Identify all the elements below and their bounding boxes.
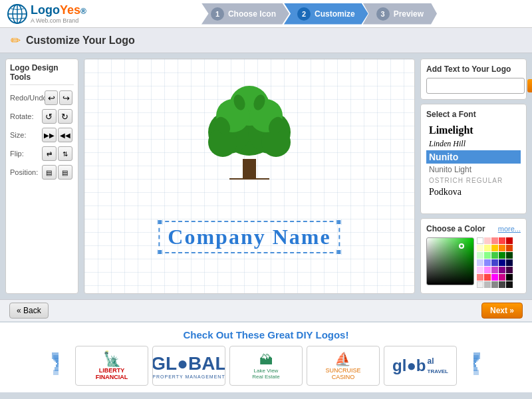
font-nunito-light-item[interactable]: Nunito Light [426,164,521,176]
rotate-right-button[interactable]: ↻ [58,109,72,124]
flip-horizontal-button[interactable]: ⇄ [42,146,57,161]
pencil-icon: ✏ [11,33,21,48]
swatch-light-yellow[interactable] [477,245,483,251]
swatch-medium-blue[interactable] [491,259,498,266]
swatch-medium-purple[interactable] [491,267,498,273]
swatch-medium-gray[interactable] [491,281,498,288]
color-gradient-picker[interactable] [426,237,474,285]
swatch-dark-green[interactable] [499,252,505,259]
font-podkova-item[interactable]: Podkova [426,186,521,199]
swatch-blue[interactable] [484,259,491,266]
font-limelight-item[interactable]: Limelight [426,123,521,138]
size-increase-button[interactable]: ▶▶ [42,128,57,142]
rotate-label: Rotate: [10,112,42,120]
swatch-very-dark-purple[interactable] [506,267,513,273]
logo-card-suncruise[interactable]: ⛵ SUNCRUISECASINO [307,346,380,386]
logo-card-lakeview[interactable]: 🏔 Lake ViewReal Estate [229,346,303,386]
swatch-white[interactable] [477,237,483,244]
step-3-preview[interactable]: 3 Preview [363,3,437,25]
step-2-customize[interactable]: 2 Customize [284,3,368,25]
logo-card-global2[interactable]: gl●b alTRAVEL [384,346,457,386]
swatch-row-1 [477,237,513,244]
swatch-salmon[interactable] [477,274,483,281]
right-panel: Add Text to Your Logo Add Text Select a … [420,59,527,294]
liberty-text: LIBERTYFINANCIAL [96,368,128,381]
flip-label: Flip: [10,150,42,158]
swatch-dark-purple[interactable] [499,267,505,273]
brand-name: LogoYes® [31,3,86,17]
size-decrease-button[interactable]: ◀◀ [58,128,72,142]
flip-row: Flip: ⇄ ⇅ [10,146,74,161]
redo-undo-row: Redo/Undo: ↩ ↪ [10,90,74,105]
color-picker-dot[interactable] [459,243,464,249]
global2-icon: gl●b [392,356,426,375]
text-input[interactable] [426,78,525,94]
handle-tl[interactable] [157,219,162,225]
font-linden-item[interactable]: Linden Hill [426,138,521,150]
swatch-pink[interactable] [491,237,498,244]
swatch-dark-orange[interactable] [506,245,513,251]
brand-tagline: A Web.com Brand [31,17,86,24]
handle-bl[interactable] [157,249,162,255]
logo-area: LogoYes® A Web.com Brand [7,3,113,25]
handle-br[interactable] [336,249,342,255]
company-name-container[interactable]: Company Name [158,221,340,253]
carousel-right-button[interactable] [461,356,481,376]
diy-section: Check Out These Great DIY Logos! 🗽 LIBER… [0,321,532,392]
more-colors-link[interactable]: more... [498,225,521,233]
swatch-magenta[interactable] [491,274,498,281]
svg-rect-33 [473,370,479,375]
swatch-green[interactable] [491,252,498,259]
step-1-choose-icon[interactable]: 1 Choose Icon [201,3,289,25]
back-button[interactable]: « Back [9,303,49,319]
flip-vertical-button[interactable]: ⇅ [58,146,72,161]
swatch-red[interactable] [499,237,505,244]
swatch-light-green2[interactable] [484,252,491,259]
global2-logo: gl●b alTRAVEL [392,356,448,375]
swatch-light-blue[interactable] [477,259,483,266]
swatch-very-dark-green[interactable] [506,252,513,259]
position-right-button[interactable]: ▤ [58,165,72,180]
swatch-row-4 [477,259,513,266]
swatch-bright-red[interactable] [484,274,491,281]
font-nunito-item[interactable]: Nunito [426,150,521,164]
position-left-button[interactable]: ▤ [42,165,57,180]
swatch-very-dark-blue[interactable] [506,259,513,266]
rotate-left-button[interactable]: ↺ [42,109,57,124]
swatch-crimson[interactable] [499,274,505,281]
handle-tr[interactable] [336,219,342,225]
logo-card-liberty[interactable]: 🗽 LIBERTYFINANCIAL [75,346,148,386]
logo-text-area: LogoYes® A Web.com Brand [31,3,86,24]
swatch-black[interactable] [506,274,513,281]
swatch-light-gray[interactable] [477,281,483,288]
add-text-title: Add Text to Your Logo [426,65,521,74]
swatch-light-green[interactable] [477,252,483,259]
carousel-left-button[interactable] [51,356,71,376]
swatch-purple[interactable] [484,267,491,273]
logo-card-global[interactable]: GL●BAL PROPERTY MANAGEMENT [152,346,225,386]
swatch-gray[interactable] [484,281,491,288]
add-text-button[interactable]: Add Text [527,79,532,92]
step-3-label: Preview [394,9,424,19]
swatch-very-dark-gray[interactable] [506,281,513,288]
main-content: Logo Design Tools Redo/Undo: ↩ ↪ Rotate:… [0,53,532,299]
swatch-orange[interactable] [499,245,505,251]
redo-button[interactable]: ↩ [45,90,58,105]
company-name-text: Company Name [168,225,331,249]
position-label: Position: [10,168,42,176]
canvas-area[interactable]: Company Name [84,59,415,294]
liberty-icon: 🗽 [103,350,121,368]
swatch-dark-red[interactable] [506,237,513,244]
next-button[interactable]: Next » [481,303,523,319]
font-ostrich-item[interactable]: OSTRICH REGULAR [426,176,521,186]
swatch-yellow[interactable] [484,245,491,251]
swatch-row-3 [477,252,513,259]
swatch-orange-yellow[interactable] [491,245,498,251]
step-1-label: Choose Icon [228,9,276,19]
undo-button[interactable]: ↪ [59,90,72,105]
swatch-light-purple[interactable] [477,267,483,273]
swatch-dark-gray[interactable] [499,281,505,288]
liberty-logo: 🗽 LIBERTYFINANCIAL [93,348,131,384]
swatch-dark-blue[interactable] [499,259,505,266]
swatch-light-red[interactable] [484,237,491,244]
